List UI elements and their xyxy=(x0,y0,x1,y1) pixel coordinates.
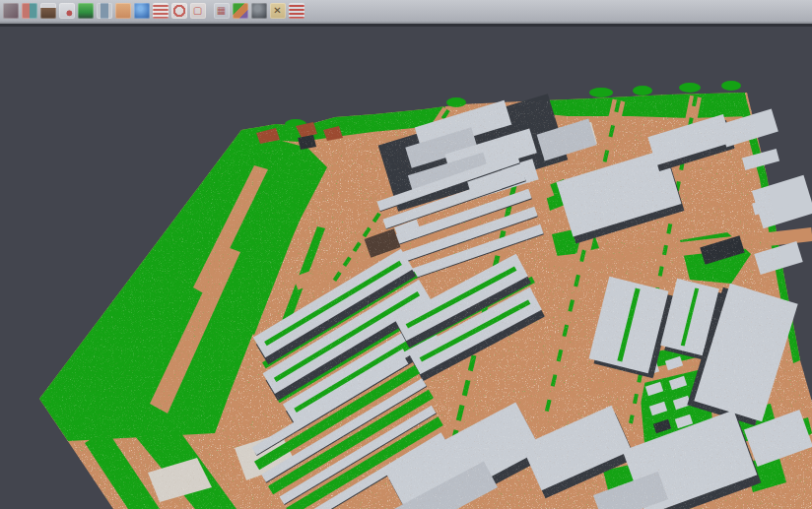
tree-canopy xyxy=(589,88,613,97)
classification-colors-icon[interactable] xyxy=(233,3,248,19)
global-speckle xyxy=(0,27,812,509)
tree-canopy xyxy=(679,83,701,93)
viewport-3d[interactable] xyxy=(0,27,812,509)
toolbar-separator xyxy=(207,3,212,19)
texture-tool-icon[interactable] xyxy=(3,3,19,19)
align-clouds-icon[interactable] xyxy=(22,3,37,19)
point-picking-icon[interactable] xyxy=(59,3,75,19)
dem-surface-icon[interactable] xyxy=(78,3,94,19)
rect-select-icon[interactable]: ▢ xyxy=(190,3,206,19)
speckle-dark-top xyxy=(0,27,812,509)
circle-select-icon[interactable] xyxy=(171,3,187,19)
export-tile-icon[interactable]: ✕ xyxy=(270,3,286,19)
point-cloud-scene xyxy=(0,27,812,509)
attribute-list-icon[interactable] xyxy=(153,3,169,19)
ortho-image-icon[interactable] xyxy=(115,3,131,19)
tree-canopy xyxy=(721,81,741,91)
terrain-view-icon[interactable] xyxy=(40,3,56,19)
render-sphere-icon[interactable] xyxy=(251,3,267,19)
globe-3d-icon[interactable] xyxy=(134,3,150,19)
tree-canopy xyxy=(633,86,652,95)
profile-tool-icon[interactable] xyxy=(97,3,112,19)
toolbar: ▢▦✕ xyxy=(0,0,812,22)
measure-sections-icon[interactable] xyxy=(289,3,304,19)
raster-grid-icon[interactable]: ▦ xyxy=(214,3,230,19)
